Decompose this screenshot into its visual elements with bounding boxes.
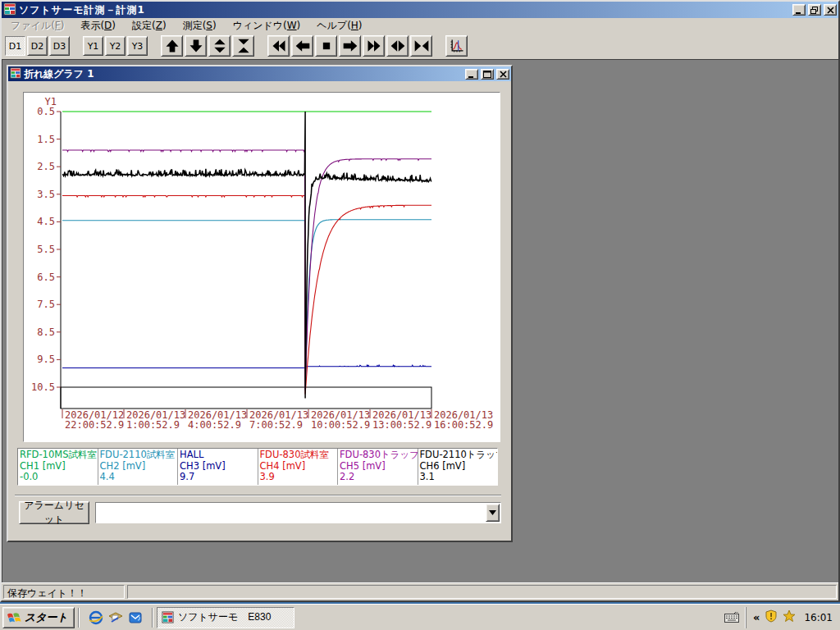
toolbar-button-y3[interactable]: Y3 xyxy=(127,36,148,56)
menu-measure[interactable]: 測定(S) xyxy=(176,18,224,34)
start-button[interactable]: スタート xyxy=(2,607,75,628)
close-button[interactable] xyxy=(824,4,837,16)
svg-text:10.5: 10.5 xyxy=(31,381,55,393)
alarm-combobox[interactable] xyxy=(95,502,501,523)
task-label: ソフトサーモ E830 xyxy=(178,610,271,624)
scroll-up-button[interactable] xyxy=(161,35,183,57)
graph-window-icon xyxy=(10,67,21,81)
keyboard-language-icon[interactable] xyxy=(724,612,742,623)
compress-horizontal-button[interactable] xyxy=(410,35,432,57)
app-titlebar: ソフトサーモ計測－計測1 xyxy=(2,2,838,18)
toolbar-toggle-group: D1D2D3Y1Y2Y3 xyxy=(5,36,148,56)
system-tray: « 16:01 xyxy=(746,607,838,628)
fast-forward-button[interactable] xyxy=(363,35,385,57)
mdi-area: 折れ線グラフ 1 Y10.51.52.53.54.55.56.57.58.59.… xyxy=(2,59,838,582)
legend-channel-6: FDU-2110トラップCH6 [mV]3.1 xyxy=(418,449,498,485)
line-chart: Y10.51.52.53.54.55.56.57.58.59.510.52026… xyxy=(24,93,498,440)
toolbar-button-d1[interactable]: D1 xyxy=(5,36,25,56)
separator xyxy=(15,495,501,496)
svg-text:9.5: 9.5 xyxy=(37,354,55,365)
legend-channel-5: FDU-830トラップCH5 [mV]2.2 xyxy=(338,449,418,485)
menu-settings[interactable]: 設定(Z) xyxy=(125,18,174,34)
restore-button[interactable] xyxy=(808,4,821,16)
toolbar-button-y2[interactable]: Y2 xyxy=(105,36,126,56)
graph-window-client: Y10.51.52.53.54.55.56.57.58.59.510.52026… xyxy=(8,81,511,539)
stop-button[interactable] xyxy=(315,35,337,57)
taskbar: スタート xyxy=(0,604,840,630)
menu-view[interactable]: 表示(D) xyxy=(73,18,123,34)
alarm-reset-button[interactable]: アラームリセット xyxy=(19,501,89,524)
status-bar: 保存ウェイト！！ xyxy=(2,582,838,600)
combo-dropdown-button[interactable] xyxy=(486,504,500,522)
svg-text:1.5: 1.5 xyxy=(37,134,55,145)
toolbar-button-d2[interactable]: D2 xyxy=(27,36,48,56)
menu-window[interactable]: ウィンドウ(W) xyxy=(226,18,308,34)
task-app-icon xyxy=(162,611,174,623)
app-window: ソフトサーモ計測－計測1 ファイル(F)表示(D)設定(Z)測定(S)ウィンドウ… xyxy=(0,0,840,602)
screen: ソフトサーモ計測－計測1 ファイル(F)表示(D)設定(Z)測定(S)ウィンドウ… xyxy=(0,0,840,630)
svg-text:3.5: 3.5 xyxy=(37,189,55,200)
status-panel-2 xyxy=(127,585,837,599)
graph-close-button[interactable] xyxy=(496,69,509,80)
hide-icons-chevron[interactable]: « xyxy=(753,612,760,623)
security-shield-icon[interactable] xyxy=(765,609,778,625)
svg-text:10:00:52.9: 10:00:52.9 xyxy=(311,419,370,431)
menu-file[interactable]: ファイル(F) xyxy=(3,18,71,34)
svg-text:2.5: 2.5 xyxy=(37,161,55,172)
clock[interactable]: 16:01 xyxy=(801,612,833,623)
graph-window-titlebar: 折れ線グラフ 1 xyxy=(8,66,511,81)
legend-channel-1: RFD-10MS試料室CH1 [mV]-0.0 xyxy=(18,449,98,485)
graph-window-title: 折れ線グラフ 1 xyxy=(24,67,463,81)
toolbar-button-y1[interactable]: Y1 xyxy=(83,36,103,56)
quick-launch xyxy=(83,609,148,626)
menu-bar: ファイル(F)表示(D)設定(Z)測定(S)ウィンドウ(W)ヘルプ(H) xyxy=(2,18,838,33)
svg-text:6.5: 6.5 xyxy=(37,272,55,283)
expand-horizontal-button[interactable] xyxy=(386,35,409,57)
graph-window: 折れ線グラフ 1 Y10.51.52.53.54.55.56.57.58.59.… xyxy=(7,65,513,542)
show-desktop-icon[interactable] xyxy=(107,609,124,626)
svg-text:22:00:52.9: 22:00:52.9 xyxy=(65,419,124,431)
legend-channel-2: FDU-2110試料室CH2 [mV]4.4 xyxy=(98,449,179,485)
app-title: ソフトサーモ計測－計測1 xyxy=(19,3,790,17)
expand-vertical-button[interactable] xyxy=(208,35,231,57)
alarm-combobox-value[interactable] xyxy=(96,503,485,523)
graph-panel: Y10.51.52.53.54.55.56.57.58.59.510.52026… xyxy=(23,92,500,442)
svg-text:0.5: 0.5 xyxy=(37,106,55,117)
status-message: 保存ウェイト！！ xyxy=(3,585,125,599)
taskbar-task-button[interactable]: ソフトサーモ E830 xyxy=(157,607,294,628)
outlook-express-icon[interactable] xyxy=(127,609,144,626)
svg-text:7:00:52.9: 7:00:52.9 xyxy=(249,419,303,431)
svg-text:8.5: 8.5 xyxy=(37,326,55,338)
step-right-button[interactable] xyxy=(339,35,361,57)
compress-vertical-button[interactable] xyxy=(232,35,254,57)
menu-help[interactable]: ヘルプ(H) xyxy=(309,18,369,34)
svg-text:4:00:52.9: 4:00:52.9 xyxy=(188,419,241,431)
svg-text:5.5: 5.5 xyxy=(37,244,55,255)
legend-table: RFD-10MS試料室CH1 [mV]-0.0FDU-2110試料室CH2 [m… xyxy=(17,448,498,486)
minimize-button[interactable] xyxy=(792,4,806,16)
graph-maximize-button[interactable] xyxy=(481,69,494,80)
legend-channel-3: HALLCH3 [mV]9.7 xyxy=(178,449,258,485)
line-graph-button[interactable] xyxy=(445,35,468,57)
fast-rewind-button[interactable] xyxy=(267,35,290,57)
taskbar-divider xyxy=(78,608,80,628)
star-icon[interactable] xyxy=(783,609,796,625)
windows-logo-icon xyxy=(7,611,21,624)
svg-text:7.5: 7.5 xyxy=(37,299,55,310)
toolbar: D1D2D3Y1Y2Y3 xyxy=(2,33,838,59)
svg-text:13:00:52.9: 13:00:52.9 xyxy=(372,419,431,431)
internet-explorer-icon[interactable] xyxy=(88,609,104,626)
app-icon xyxy=(3,2,16,18)
toolbar-button-d3[interactable]: D3 xyxy=(49,36,70,56)
start-label: スタート xyxy=(25,610,68,625)
legend-channel-4: FDU-830試料室CH4 [mV]3.9 xyxy=(258,449,339,485)
svg-text:4.5: 4.5 xyxy=(37,216,55,227)
graph-minimize-button[interactable] xyxy=(465,69,478,80)
svg-text:1:00:52.9: 1:00:52.9 xyxy=(126,419,180,431)
svg-text:16:00:52.9: 16:00:52.9 xyxy=(434,419,493,431)
step-left-button[interactable] xyxy=(291,35,313,57)
taskbar-divider-2 xyxy=(152,608,153,628)
scroll-down-button[interactable] xyxy=(185,35,207,57)
